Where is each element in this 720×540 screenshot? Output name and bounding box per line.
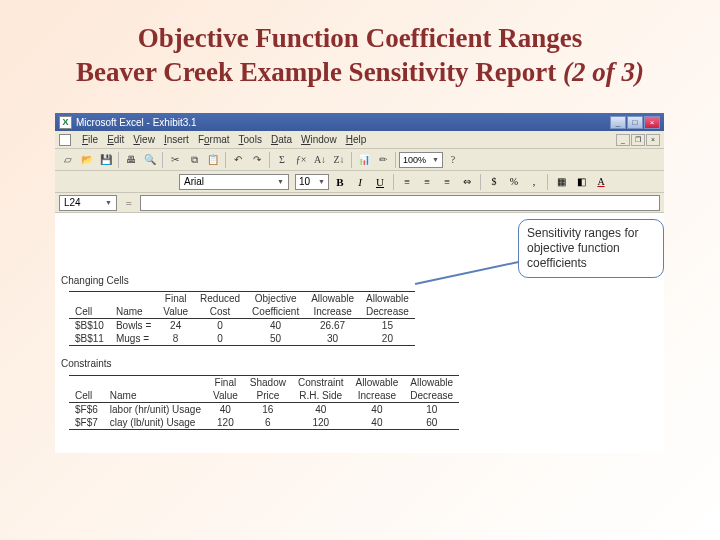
col-header: Final [157,292,194,306]
cell[interactable]: 40 [246,319,305,333]
merge-center-icon[interactable]: ⇔ [458,173,476,191]
cell[interactable]: 40 [350,403,405,417]
menu-window[interactable]: Window [301,134,337,145]
cell[interactable]: 26.67 [305,319,360,333]
borders-icon[interactable]: ▦ [552,173,570,191]
undo-icon[interactable]: ↶ [229,151,247,169]
cell[interactable]: 15 [360,319,415,333]
cell[interactable]: $B$11 [69,332,110,346]
menu-view[interactable]: View [133,134,155,145]
table-row: $B$11 Mugs = 8 0 50 30 20 [69,332,415,346]
open-icon[interactable]: 📂 [78,151,96,169]
zoom-dropdown[interactable]: 100% ▼ [399,152,443,168]
currency-icon[interactable]: $ [485,173,503,191]
cell[interactable]: clay (lb/unit) Usage [104,416,207,430]
name-box[interactable]: L24 ▼ [59,195,117,211]
print-preview-icon[interactable]: 🔍 [141,151,159,169]
menu-insert[interactable]: Insert [164,134,189,145]
cell[interactable]: 0 [194,332,246,346]
col-header: Decrease [404,389,459,403]
cell[interactable]: 40 [350,416,405,430]
cell[interactable]: 16 [244,403,292,417]
italic-button[interactable]: I [351,173,369,191]
autosum-icon[interactable]: Σ [273,151,291,169]
print-icon[interactable]: 🖶 [122,151,140,169]
function-icon[interactable]: ƒ× [292,151,310,169]
col-header: Allowable [350,376,405,390]
sort-desc-icon[interactable]: Z↓ [330,151,348,169]
percent-icon[interactable]: % [505,173,523,191]
col-header: Shadow [244,376,292,390]
excel-icon: X [59,116,72,129]
paste-icon[interactable]: 📋 [204,151,222,169]
save-icon[interactable]: 💾 [97,151,115,169]
comma-icon[interactable]: , [525,173,543,191]
minimize-button[interactable]: _ [610,116,626,129]
drawing-icon[interactable]: ✏ [374,151,392,169]
cell[interactable]: $B$10 [69,319,110,333]
col-header [69,292,110,306]
cell[interactable]: $F$6 [69,403,104,417]
font-dropdown[interactable]: Arial ▼ [179,174,289,190]
cell[interactable]: 120 [207,416,244,430]
formatting-toolbar: Arial ▼ 10 ▼ B I U ≡ ≡ ≡ ⇔ $ % , ▦ ◧ A [55,171,664,193]
cell[interactable]: 6 [244,416,292,430]
cell[interactable]: labor (hr/unit) Usage [104,403,207,417]
redo-icon[interactable]: ↷ [248,151,266,169]
cell[interactable]: 10 [404,403,459,417]
close-button[interactable]: × [644,116,660,129]
sort-asc-icon[interactable]: A↓ [311,151,329,169]
formula-input[interactable] [140,195,660,211]
cell[interactable]: Mugs = [110,332,157,346]
cell[interactable]: $F$7 [69,416,104,430]
menu-edit[interactable]: Edit [107,134,124,145]
copy-icon[interactable]: ⧉ [185,151,203,169]
cell[interactable]: 8 [157,332,194,346]
zoom-value: 100% [403,155,426,165]
menu-file[interactable]: File [82,134,98,145]
col-header [104,376,207,390]
maximize-button[interactable]: □ [627,116,643,129]
font-size-dropdown[interactable]: 10 ▼ [295,174,329,190]
constraints-label: Constraints [61,358,112,369]
menu-data[interactable]: Data [271,134,292,145]
mdi-restore-button[interactable]: ❐ [631,134,645,146]
bold-button[interactable]: B [331,173,349,191]
cut-icon[interactable]: ✂ [166,151,184,169]
chart-wizard-icon[interactable]: 📊 [355,151,373,169]
callout-text: Sensitivity ranges for objective functio… [527,226,638,270]
cell[interactable]: 30 [305,332,360,346]
cell[interactable]: 50 [246,332,305,346]
mdi-close-button[interactable]: × [646,134,660,146]
table-header-row: Cell Name Value Cost Coefficient Increas… [69,305,415,319]
table-row: $F$7 clay (lb/unit) Usage 120 6 120 40 6… [69,416,459,430]
font-color-icon[interactable]: A [592,173,610,191]
cell[interactable]: 40 [292,403,350,417]
underline-button[interactable]: U [371,173,389,191]
fill-color-icon[interactable]: ◧ [572,173,590,191]
menu-tools[interactable]: Tools [239,134,262,145]
cell[interactable]: Bowls = [110,319,157,333]
align-center-icon[interactable]: ≡ [418,173,436,191]
cell[interactable]: 40 [207,403,244,417]
menubar: File Edit View Insert Format Tools Data … [55,131,664,149]
cell[interactable]: 120 [292,416,350,430]
constraints-table: Final Shadow Constraint Allowable Allowa… [69,375,459,430]
align-left-icon[interactable]: ≡ [398,173,416,191]
col-header [110,292,157,306]
col-header: Value [157,305,194,319]
menu-help[interactable]: Help [346,134,367,145]
cell[interactable]: 0 [194,319,246,333]
cell[interactable]: 20 [360,332,415,346]
table-header-row: Final Reduced Objective Allowable Allowa… [69,292,415,306]
menu-format[interactable]: Format [198,134,230,145]
help-icon[interactable]: ? [444,151,462,169]
mdi-minimize-button[interactable]: _ [616,134,630,146]
chevron-down-icon: ▼ [277,178,284,185]
cell[interactable]: 60 [404,416,459,430]
excel-window: X Microsoft Excel - Exhibit3.1 _ □ × Fil… [55,113,664,453]
new-icon[interactable]: ▱ [59,151,77,169]
align-right-icon[interactable]: ≡ [438,173,456,191]
table-header-row: Cell Name Value Price R.H. Side Increase… [69,389,459,403]
cell[interactable]: 24 [157,319,194,333]
